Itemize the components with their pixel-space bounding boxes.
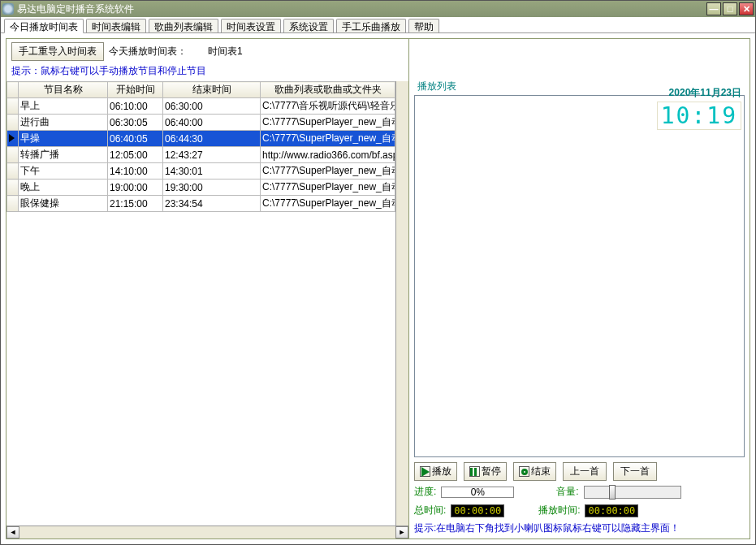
play-time-value: 00:00:00 [585,504,638,517]
column-header[interactable]: 节目名称 [19,82,108,98]
stop-icon [521,469,528,475]
tab-0[interactable]: 今日播放时间表 [4,19,84,33]
today-schedule-name: 时间表1 [208,45,243,58]
current-date: 2020年11月23日 [652,86,741,100]
window-title: 易达电脑定时播音系统软件 [17,2,706,16]
table-cell: http://www.radio366.com/bf.asp [261,147,395,163]
stop-button[interactable]: 结束 [513,462,556,481]
table-row[interactable]: 转播广播12:05:0012:43:27http://www.radio366.… [7,147,395,163]
table-cell: 19:30:00 [163,180,261,196]
table-horizontal-scrollbar[interactable]: ◄► [6,526,408,539]
minimize-button[interactable]: — [706,2,721,15]
table-cell: 转播广播 [19,147,108,163]
table-cell: 12:05:00 [108,147,163,163]
pause-icon [470,467,479,477]
schedule-table[interactable]: 节目名称开始时间结束时间歌曲列表或歌曲或文件夹 早上06:10:0006:30:… [6,81,395,212]
table-cell: C:\7777\SuperPlayer_new_自动广 [261,196,395,212]
titlebar: 易达电脑定时播音系统软件 — □ ✕ [1,1,755,17]
table-row[interactable]: 晚上19:00:0019:30:00C:\7777\SuperPlayer_ne… [7,180,395,196]
table-cell: C:\7777\SuperPlayer_new_自动广 [261,115,395,131]
table-cell: 下午 [19,163,108,180]
play-time-label: 播放时间: [538,504,580,517]
table-vertical-scrollbar[interactable] [395,81,408,526]
play-icon [421,467,430,477]
total-time-label: 总时间: [414,504,446,517]
table-row[interactable]: 早操06:40:0506:44:30C:\7777\SuperPlayer_ne… [7,131,395,147]
table-cell: 06:40:00 [163,115,261,131]
table-cell: 21:15:00 [108,196,163,212]
table-cell: 进行曲 [19,115,108,131]
table-cell: 早上 [19,98,108,115]
column-header[interactable]: 结束时间 [163,82,261,98]
tab-1[interactable]: 时间表编辑 [86,19,146,32]
table-row[interactable]: 进行曲06:30:0506:40:00C:\7777\SuperPlayer_n… [7,115,395,131]
progress-value: 0% [441,487,514,498]
current-time: 10:19 [657,102,741,130]
table-row[interactable]: 早上06:10:0006:30:00C:\7777\音乐视听源代码\轻音乐 [7,98,395,115]
total-time-value: 00:00:00 [451,504,504,517]
table-cell: C:\7777\SuperPlayer_new_自动广 [261,180,395,196]
app-icon [2,3,14,15]
playlist-box[interactable] [414,95,745,457]
progress-label: 进度: [414,485,436,499]
table-cell: 14:10:00 [108,163,163,180]
table-cell: 06:10:00 [108,98,163,115]
table-cell: 06:30:05 [108,115,163,131]
maximize-button[interactable]: □ [723,2,737,15]
tab-6[interactable]: 帮助 [408,19,439,32]
table-cell: 12:43:27 [163,147,261,163]
right-panel: 2020年11月23日 10:19 播放列表 播放 暂停 结束 上一首 下一首 … [408,39,750,539]
table-cell: 晚上 [19,180,108,196]
tab-bar: 今日播放时间表时间表编辑歌曲列表编辑时间表设置系统设置手工乐曲播放帮助 [1,17,755,33]
table-cell: C:\7777\SuperPlayer_new_自动广 [261,131,395,147]
prev-track-button[interactable]: 上一首 [563,462,607,481]
column-header[interactable]: 开始时间 [108,82,163,98]
today-schedule-label: 今天播放时间表： [109,45,187,58]
table-cell: C:\7777\SuperPlayer_new_自动广 [261,163,395,180]
hint-right-click: 提示：鼠标右键可以手动播放节目和停止节目 [6,64,408,81]
table-cell: 14:30:01 [163,163,261,180]
table-cell: 23:34:54 [163,196,261,212]
table-cell: 06:44:30 [163,131,261,147]
column-header[interactable]: 歌曲列表或歌曲或文件夹 [261,82,395,98]
hint-tray-icon: 提示:在电脑右下角找到小喇叭图标鼠标右键可以隐藏主界面！ [409,520,750,539]
pause-button[interactable]: 暂停 [464,462,507,481]
tab-5[interactable]: 手工乐曲播放 [336,19,406,32]
left-panel: 手工重导入时间表 今天播放时间表： 时间表1 提示：鼠标右键可以手动播放节目和停… [6,39,408,539]
table-cell: 早操 [19,131,108,147]
tab-4[interactable]: 系统设置 [283,19,334,32]
table-cell: 06:40:05 [108,131,163,147]
next-track-button[interactable]: 下一首 [613,462,657,481]
table-cell: 19:00:00 [108,180,163,196]
import-schedule-button[interactable]: 手工重导入时间表 [11,42,104,61]
tab-2[interactable]: 歌曲列表编辑 [149,19,218,32]
table-cell: C:\7777\音乐视听源代码\轻音乐 [261,98,395,115]
table-row[interactable]: 下午14:10:0014:30:01C:\7777\SuperPlayer_ne… [7,163,395,180]
table-row[interactable]: 眼保健操21:15:0023:34:54C:\7777\SuperPlayer_… [7,196,395,212]
play-button[interactable]: 播放 [414,462,457,481]
tab-3[interactable]: 时间表设置 [221,19,281,32]
close-button[interactable]: ✕ [739,2,754,15]
table-cell: 06:30:00 [163,98,261,115]
row-pointer-icon [9,134,15,142]
table-cell: 眼保健操 [19,196,108,212]
volume-label: 音量: [556,485,578,499]
volume-slider[interactable] [584,486,681,499]
